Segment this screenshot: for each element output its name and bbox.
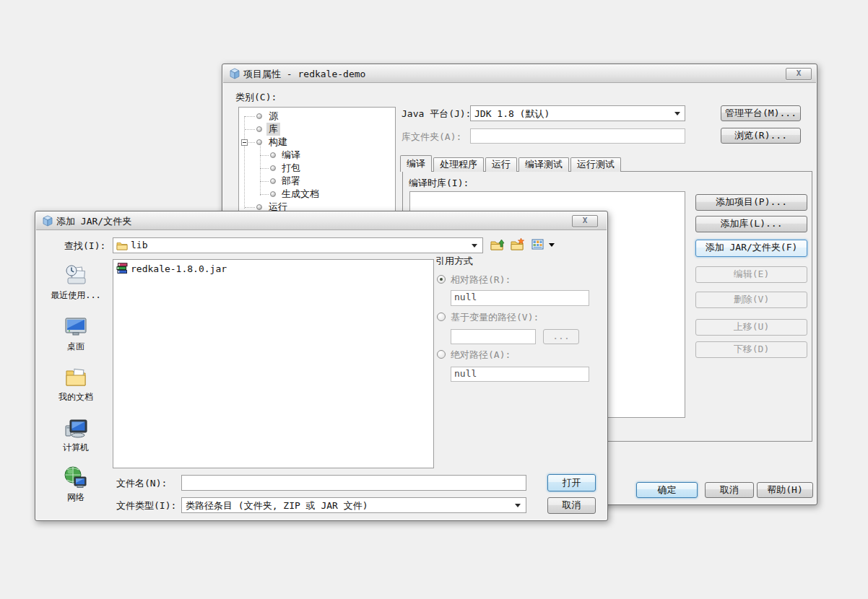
add-library-button[interactable]: 添加库(L)... [695,216,807,232]
relative-path-radio[interactable] [437,275,446,284]
chevron-down-icon[interactable] [549,243,555,247]
absolute-path-field[interactable]: null [451,367,589,382]
tab-run[interactable]: 运行 [485,157,517,172]
java-platform-label: Java 平台(J): [402,108,471,121]
close-icon[interactable]: X [572,215,598,227]
help-button[interactable]: 帮助(H) [757,482,813,498]
tab-processor[interactable]: 处理程序 [433,157,484,172]
add-project-button[interactable]: 添加项目(P)... [695,194,807,211]
add-jar-folder-button[interactable]: 添加 JAR/文件夹(F) [695,240,807,257]
file-dialog-title: 添加 JAR/文件夹 [56,215,131,228]
desktop: { "colors": { "accent_border": "#3c7fb1"… [0,0,868,599]
properties-titlebar[interactable]: 项目属性 - redkale-demo X [223,65,816,83]
close-icon[interactable]: X [786,68,812,80]
node-bullet-icon [256,126,262,132]
file-dialog-titlebar[interactable]: 添加 JAR/文件夹 X [36,212,607,230]
reference-panel-title: 引用方式 [435,255,473,268]
tree-item-deployment[interactable]: 部署 [239,175,395,188]
compile-libs-label: 编译时库(I): [409,177,469,190]
tree-item-documenting[interactable]: 生成文档 [239,188,395,201]
file-type-select[interactable]: 类路径条目 (文件夹, ZIP 或 JAR 文件) [181,497,526,513]
libraries-folder-label: 库文件夹(A): [402,131,461,144]
node-bullet-icon [270,191,276,197]
browse-button[interactable]: 浏览(R)... [721,128,801,144]
tree-item-packaging[interactable]: 打包 [239,162,395,175]
jar-archive-icon [116,263,128,274]
file-name-field[interactable] [181,475,526,491]
folder-icon [116,240,128,252]
chevron-down-icon [515,504,521,507]
file-item-jar[interactable]: redkale-1.8.0.jar [116,263,227,275]
app-cube-icon [229,68,240,79]
computer-icon [64,416,88,440]
file-type-label: 文件类型(I): [116,499,176,512]
node-bullet-icon [270,165,276,171]
up-folder-icon[interactable] [490,237,506,252]
manage-platforms-button[interactable]: 管理平台(M)... [721,105,801,121]
chevron-down-icon [472,244,477,248]
node-bullet-icon [256,113,262,119]
file-cancel-button[interactable]: 取消 [547,497,596,514]
app-cube-icon [42,215,53,227]
recent-items-icon [64,263,88,288]
properties-title: 项目属性 - redkale-demo [243,68,365,81]
node-bullet-icon [270,178,276,184]
variable-browse-button[interactable]: ... [543,329,579,344]
add-jar-folder-dialog: 添加 JAR/文件夹 X 查找(I): lib [35,211,608,521]
move-down-button[interactable]: 下移(D) [695,341,807,358]
place-computer[interactable]: 计算机 [44,416,108,454]
network-icon [64,465,88,490]
new-folder-icon[interactable] [511,237,526,252]
category-label: 类别(C): [235,91,277,104]
relative-path-label: 相对路径(R): [451,274,511,287]
libraries-folder-field[interactable] [470,128,685,144]
tree-item-libraries[interactable]: 库 [239,123,395,136]
file-list[interactable]: redkale-1.8.0.jar [113,259,434,468]
tree-item-compiling[interactable]: 编译 [239,149,395,162]
absolute-path-label: 绝对路径(A): [451,349,511,362]
chevron-down-icon [674,112,680,115]
file-name: redkale-1.8.0.jar [131,263,227,274]
place-my-documents[interactable]: 我的文档 [44,365,108,403]
my-documents-icon [64,365,88,390]
tree-item-sources[interactable]: 源 [239,110,395,123]
view-menu-icon[interactable] [531,237,547,252]
file-name-label: 文件名(N): [116,477,167,490]
desktop-icon [64,315,88,339]
tree-item-build[interactable]: 构建 [239,136,395,149]
place-network[interactable]: 网络 [44,465,108,504]
tab-compile-tests[interactable]: 编译测试 [518,157,569,172]
node-bullet-icon [256,139,262,145]
libraries-tabstrip: 编译 处理程序 运行 编译测试 运行测试 [400,155,622,172]
variable-path-label: 基于变量的路径(V): [451,311,539,324]
look-in-label: 查找(I): [64,240,105,253]
relative-path-field[interactable]: null [451,290,589,306]
variable-path-radio[interactable] [437,312,446,321]
java-platform-select[interactable]: JDK 1.8 (默认) [470,105,685,121]
place-desktop[interactable]: 桌面 [44,315,108,353]
look-in-select[interactable]: lib [113,237,483,253]
place-recent-items[interactable]: 最近使用... [44,263,108,302]
tab-compile[interactable]: 编译 [400,155,432,172]
cancel-button[interactable]: 取消 [705,482,754,498]
variable-path-field[interactable] [451,329,536,344]
move-up-button[interactable]: 上移(U) [695,319,807,336]
collapse-expander-icon[interactable] [241,139,248,146]
open-button[interactable]: 打开 [547,474,596,491]
node-bullet-icon [270,152,276,158]
node-bullet-icon [256,204,262,210]
ok-button[interactable]: 确定 [636,482,698,498]
tab-run-tests[interactable]: 运行测试 [570,157,621,172]
absolute-path-radio[interactable] [437,350,446,359]
remove-button[interactable]: 删除(V) [695,292,807,308]
edit-button[interactable]: 编辑(E) [695,266,807,283]
